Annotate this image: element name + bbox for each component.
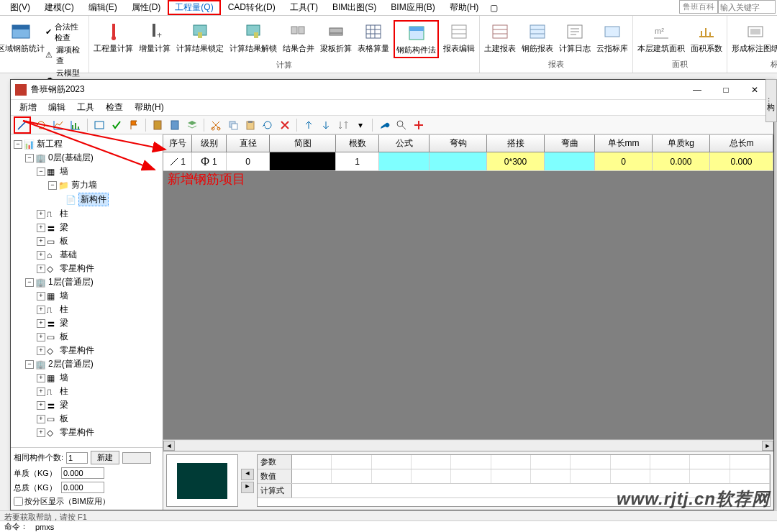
- rbtn-cloud-index[interactable]: 云指标库: [595, 20, 630, 55]
- tree-floor0[interactable]: 0层(基础层): [48, 152, 94, 164]
- h-scrollbar[interactable]: ◄ ►: [163, 439, 773, 451]
- tree-toggle[interactable]: +: [37, 237, 45, 246]
- tree-wall[interactable]: 墙: [60, 372, 68, 384]
- minimize-button[interactable]: —: [683, 81, 712, 98]
- tree-toggle[interactable]: +: [37, 224, 45, 232]
- scroll-track[interactable]: [175, 441, 762, 451]
- menu2-tools[interactable]: 工具: [71, 100, 100, 115]
- extra-button[interactable]: [122, 452, 151, 464]
- tbtn-line[interactable]: [14, 116, 31, 134]
- th-lap[interactable]: 搭接: [487, 134, 545, 152]
- cell-unit-mass[interactable]: 0.000: [653, 152, 710, 171]
- tbtn-down[interactable]: [319, 118, 333, 132]
- tbtn-delete[interactable]: [278, 118, 292, 132]
- tbtn-rotate[interactable]: [34, 118, 48, 132]
- tree-toggle[interactable]: +: [37, 401, 45, 410]
- th-count[interactable]: 根数: [336, 134, 379, 152]
- rbtn-validity-check[interactable]: ✔合法性检查: [45, 22, 81, 43]
- new-button[interactable]: 新建: [91, 451, 119, 464]
- tree-toggle[interactable]: +: [37, 210, 45, 219]
- th-bend[interactable]: 弯曲: [545, 134, 595, 152]
- tbtn-cut[interactable]: [209, 118, 223, 132]
- tree-toggle[interactable]: −: [25, 278, 34, 287]
- tbtn-find[interactable]: [394, 118, 409, 132]
- menu-view[interactable]: 图(V): [3, 0, 37, 15]
- side-stub[interactable]: 构…: [765, 79, 777, 122]
- cell-formula[interactable]: [379, 152, 430, 171]
- nav-prev-icon[interactable]: ◄: [241, 469, 254, 480]
- menu-cad[interactable]: CAD转化(D): [221, 0, 283, 15]
- th-hook[interactable]: 弯钩: [430, 134, 487, 152]
- tree-toggle[interactable]: +: [37, 374, 45, 382]
- param-cells[interactable]: [292, 469, 770, 483]
- rbtn-report-edit[interactable]: 报表编辑: [442, 20, 476, 55]
- rbtn-table-calc[interactable]: 表格算量: [356, 20, 391, 55]
- tree-toggle[interactable]: +: [37, 292, 45, 301]
- tbtn-rect[interactable]: [92, 118, 106, 132]
- tree-column[interactable]: 柱: [60, 208, 68, 220]
- rbtn-incremental-calc[interactable]: +增量计算: [137, 20, 172, 55]
- rbtn-area-factor[interactable]: 面积系数: [689, 20, 724, 55]
- tree-beam[interactable]: 梁: [60, 317, 68, 329]
- menu2-edit[interactable]: 编辑: [42, 100, 71, 115]
- rbtn-merge-results[interactable]: 结果合并: [281, 20, 316, 55]
- tree-slab[interactable]: 板: [60, 413, 68, 425]
- tree-wall[interactable]: 墙: [60, 165, 68, 178]
- param-cells[interactable]: [292, 484, 770, 497]
- tbtn-check[interactable]: [109, 118, 124, 132]
- tree-shear-wall[interactable]: 剪力墙: [71, 179, 97, 191]
- tbtn-chart2[interactable]: [68, 118, 83, 132]
- scroll-right-icon[interactable]: ►: [762, 441, 773, 451]
- tree-column[interactable]: 柱: [60, 303, 68, 316]
- cell-diameter[interactable]: 0: [227, 152, 270, 171]
- rbtn-rebar-report[interactable]: 钢筋报表: [520, 20, 555, 55]
- tree-toggle[interactable]: +: [37, 428, 45, 437]
- th-unit-mass[interactable]: 单质kg: [653, 134, 710, 152]
- count-input[interactable]: [66, 452, 88, 464]
- menu-model[interactable]: 建模(C): [37, 0, 81, 15]
- tree-toggle[interactable]: +: [37, 306, 45, 314]
- menu-bim-out[interactable]: BIM出图(S): [325, 0, 383, 15]
- tbtn-chart1[interactable]: [51, 118, 65, 132]
- tree-new-component[interactable]: 新构件: [78, 193, 109, 206]
- menu2-check[interactable]: 检查: [100, 100, 129, 115]
- rbtn-calc-log[interactable]: 计算日志: [558, 20, 592, 55]
- th-formula[interactable]: 公式: [379, 134, 430, 152]
- tbtn-sort[interactable]: [336, 118, 350, 132]
- tree-wall[interactable]: 墙: [60, 290, 68, 302]
- cell-level[interactable]: Φ 1: [192, 152, 227, 171]
- tbtn-refresh[interactable]: [260, 118, 275, 132]
- th-level[interactable]: 级别: [192, 134, 227, 152]
- cell-hook[interactable]: [430, 152, 487, 171]
- th-diameter[interactable]: 直径: [227, 134, 270, 152]
- search-input[interactable]: [718, 0, 776, 14]
- scroll-left-icon[interactable]: ◄: [163, 441, 175, 451]
- unit-mass-input[interactable]: [61, 467, 104, 479]
- rbtn-result-lock[interactable]: 计算结果锁定: [175, 20, 225, 55]
- tree-toggle[interactable]: +: [37, 415, 45, 423]
- total-mass-input[interactable]: [61, 482, 104, 493]
- tree-scroll[interactable]: −📊新工程 −🏢0层(基础层) −▦墙 −📁剪力墙 📄新构件 +⎍柱 +〓梁 +…: [11, 134, 163, 447]
- tree-toggle[interactable]: +: [37, 319, 45, 328]
- tbtn-stack[interactable]: [185, 118, 199, 132]
- menu2-help[interactable]: 帮助(H): [129, 100, 170, 115]
- tree-slab[interactable]: 板: [60, 331, 68, 343]
- zone-display-checkbox[interactable]: 按分区显示（BIM应用）: [14, 496, 160, 507]
- menu2-new[interactable]: 新增: [14, 100, 42, 115]
- tree-toggle[interactable]: −: [37, 168, 45, 176]
- tree-misc[interactable]: 零星构件: [60, 262, 94, 275]
- menu-edit[interactable]: 编辑(E): [81, 0, 124, 15]
- cell-lap[interactable]: 0*300: [487, 152, 545, 171]
- tree-toggle[interactable]: +: [37, 347, 45, 355]
- tree-toggle[interactable]: −: [14, 140, 22, 149]
- rbtn-floor-area[interactable]: m²本层建筑面积: [636, 20, 686, 55]
- tree-floor2[interactable]: 2层(普通层): [48, 358, 94, 370]
- tree-toggle[interactable]: +: [37, 251, 45, 260]
- cell-bend[interactable]: [545, 152, 595, 171]
- tbtn-book1[interactable]: [150, 118, 165, 132]
- nav-next-icon[interactable]: ►: [241, 482, 254, 493]
- tree-beam[interactable]: 梁: [60, 221, 68, 234]
- rbtn-rebar-component-method[interactable]: 钢筋构件法: [394, 20, 439, 58]
- tree-toggle[interactable]: −: [48, 181, 57, 190]
- table-row[interactable]: 1 Φ 1 0 1 0*300 0 0.000 0.000: [163, 152, 773, 171]
